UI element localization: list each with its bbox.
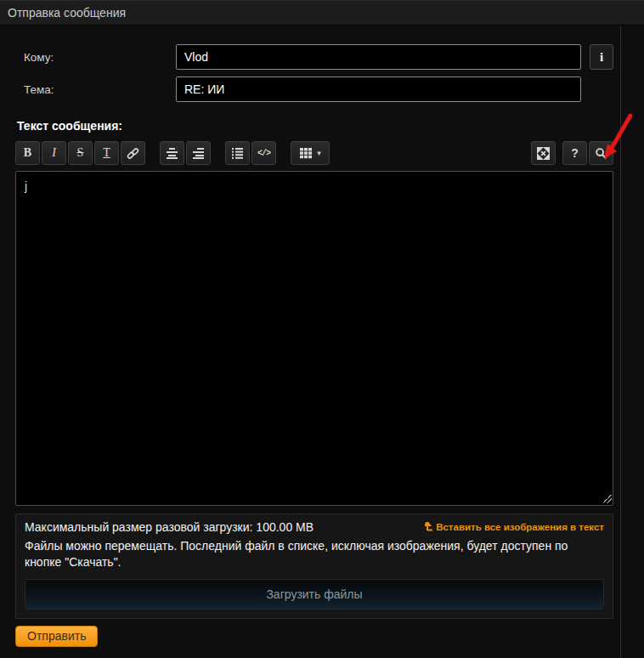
table-icon — [299, 147, 313, 159]
italic-button[interactable]: I — [42, 141, 66, 165]
upload-files-button[interactable]: Загрузить файлы — [25, 579, 604, 610]
code-button[interactable]: </> — [251, 141, 276, 165]
align-right-icon — [192, 147, 205, 159]
subject-label: Тема: — [15, 83, 176, 96]
max-upload-size-label: Максимальный размер разовой загрузки: — [25, 520, 252, 534]
align-center-icon — [166, 147, 178, 159]
editor-toolbar: B I S T — [15, 141, 613, 165]
send-button[interactable]: Отправить — [15, 626, 98, 647]
message-form: Кому: i Тема: Текст сообщения: B I S T — [0, 26, 621, 658]
strikethrough-button[interactable]: S — [68, 141, 93, 165]
message-body-textarea[interactable]: j — [15, 171, 613, 506]
table-button[interactable]: ▾ — [291, 141, 330, 165]
editor-area: j — [15, 171, 613, 506]
search-button[interactable] — [589, 141, 613, 165]
bold-button[interactable]: B — [15, 141, 40, 165]
fullscreen-button[interactable] — [531, 141, 556, 165]
message-text-label: Текст сообщения: — [17, 119, 620, 133]
subject-row: Тема: — [15, 77, 620, 102]
align-group — [160, 141, 211, 165]
align-center-button[interactable] — [160, 141, 184, 165]
subject-input[interactable] — [176, 77, 581, 102]
upload-info-row: Максимальный размер разовой загрузки: 10… — [25, 520, 604, 534]
help-button[interactable]: ? — [562, 141, 587, 165]
underline-button[interactable]: T — [94, 141, 119, 165]
insert-all-images-label: Вставить все изображения в текст — [436, 522, 604, 532]
format-group: B I S T — [15, 141, 145, 165]
fullscreen-icon — [537, 147, 550, 160]
link-button[interactable] — [121, 141, 145, 165]
max-upload-size-text: Максимальный размер разовой загрузки: 10… — [25, 520, 314, 534]
recipient-info-button[interactable]: i — [590, 44, 613, 70]
to-label: Кому: — [15, 51, 176, 64]
window-title: Отправка сообщения — [0, 0, 644, 26]
list-icon — [231, 147, 244, 159]
chevron-down-icon: ▾ — [317, 149, 321, 157]
search-icon — [595, 147, 607, 160]
insert-all-images-link[interactable]: Вставить все изображения в текст — [425, 522, 604, 532]
list-button[interactable] — [225, 141, 250, 165]
insert-to-text-icon — [425, 522, 432, 531]
align-right-button[interactable] — [186, 141, 211, 165]
max-upload-size-value: 100.00 MB — [256, 520, 314, 534]
help-search-group: ? — [562, 141, 613, 165]
to-input[interactable] — [176, 44, 581, 70]
files-note-text: Файлы можно перемещать. Последний файл в… — [25, 538, 602, 570]
fullscreen-group — [531, 141, 556, 165]
insert-group: </> — [225, 141, 276, 165]
attachments-panel: Максимальный размер разовой загрузки: 10… — [15, 513, 613, 619]
link-icon — [127, 147, 139, 160]
table-group: ▾ — [291, 141, 330, 165]
to-row: Кому: i — [15, 44, 620, 70]
